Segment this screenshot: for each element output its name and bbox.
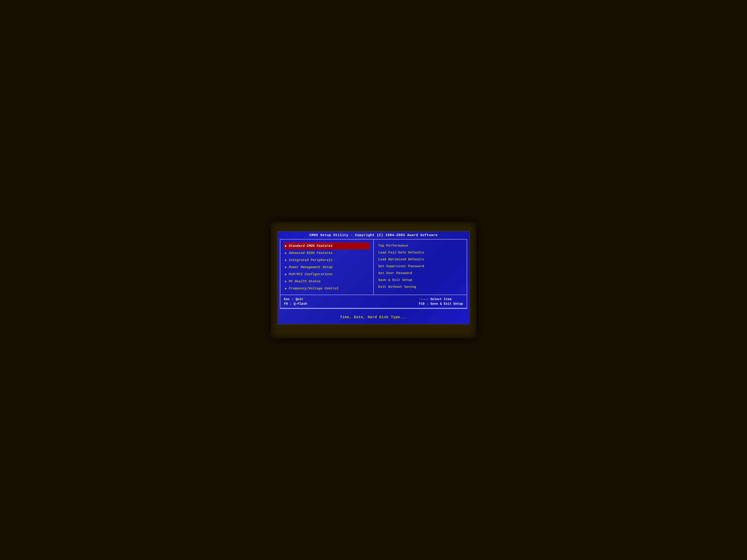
right-menu-item-3[interactable]: Set Supervisor Password (378, 263, 463, 270)
left-panel: ▶Standard CMOS Features▶Advanced BIOS Fe… (280, 240, 374, 295)
bios-screen: CMOS Setup Utility - Copyright (C) 1984-… (277, 231, 470, 325)
right-panel: Top PerformanceLoad Fail-Safe DefaultsLo… (374, 240, 467, 295)
left-menu-item-5[interactable]: ▶PC Health Status (284, 278, 369, 285)
title-bar: CMOS Setup Utility - Copyright (C) 1984-… (278, 232, 469, 239)
arrow-icon-6: ▶ (285, 286, 287, 290)
right-menu-label-1: Load Fail-Safe Defaults (378, 251, 424, 255)
left-menu-label-5: PC Health Status (289, 279, 320, 283)
left-menu-label-0: Standard CMOS Features (289, 244, 333, 248)
right-menu-item-4[interactable]: Set User Password (378, 270, 463, 276)
right-menu-item-0[interactable]: Top Performance (378, 242, 463, 249)
status-left: Esc : Quit F8 : Q-Flash (284, 297, 307, 305)
esc-quit-label: Esc : Quit (284, 297, 307, 301)
left-menu-label-3: Power Management Setup (289, 265, 333, 269)
right-menu-item-5[interactable]: Save & Exit Setup (378, 276, 463, 284)
right-menu-item-1[interactable]: Load Fail-Safe Defaults (378, 249, 463, 256)
arrow-icon-4: ▶ (285, 272, 287, 276)
arrow-icon-0: ▶ (285, 244, 287, 248)
f8-qflash-label: F8 : Q-Flash (284, 302, 307, 305)
status-right: ↑↓→←: Select Item F10 : Save & Exit Setu… (419, 297, 463, 305)
right-menu-label-4: Set User Password (378, 271, 412, 275)
right-menu-item-2[interactable]: Load Optimized Defaults (378, 256, 463, 263)
title-text: CMOS Setup Utility - Copyright (C) 1984-… (309, 233, 438, 237)
right-menu-item-6[interactable]: Exit Without Saving (378, 284, 463, 290)
right-menu-label-0: Top Performance (378, 244, 408, 247)
left-menu-label-2: Integrated Peripherals (289, 258, 333, 262)
left-menu-label-6: Frequency/Voltage Control (289, 287, 339, 290)
main-border: ▶Standard CMOS Features▶Advanced BIOS Fe… (280, 239, 467, 309)
status-bar: Esc : Quit F8 : Q-Flash ↑↓→←: Select Ite… (280, 295, 467, 309)
left-menu-item-1[interactable]: ▶Advanced BIOS Features (284, 249, 369, 257)
right-menu-label-5: Save & Exit Setup (378, 278, 412, 282)
monitor-bezel: CMOS Setup Utility - Copyright (C) 1984-… (271, 222, 476, 338)
arrow-icon-1: ▶ (285, 251, 287, 255)
arrow-icon-5: ▶ (285, 279, 287, 283)
left-menu-item-3[interactable]: ▶Power Management Setup (284, 264, 369, 271)
left-menu-label-1: Advanced BIOS Features (289, 251, 333, 255)
left-menu-item-0[interactable]: ▶Standard CMOS Features (284, 242, 369, 249)
right-menu-label-6: Exit Without Saving (378, 285, 416, 289)
description-bar: Time, Date, Hard Disk Type... (278, 311, 469, 324)
arrow-icon-2: ▶ (285, 258, 287, 262)
description-text: Time, Date, Hard Disk Type... (340, 315, 407, 319)
f10-save-label: F10 : Save & Exit Setup (419, 302, 463, 305)
left-menu-item-6[interactable]: ▶Frequency/Voltage Control (284, 285, 369, 292)
left-menu-item-2[interactable]: ▶Integrated Peripherals (284, 257, 369, 264)
right-menu-label-3: Set Supervisor Password (378, 264, 424, 268)
right-menu-label-2: Load Optimized Defaults (378, 258, 424, 261)
select-item-label: ↑↓→←: Select Item (419, 297, 463, 301)
left-menu-item-4[interactable]: ▶PnP/PCI Configurations (284, 271, 369, 278)
main-content-area: ▶Standard CMOS Features▶Advanced BIOS Fe… (280, 240, 467, 295)
arrow-icon-3: ▶ (285, 265, 287, 269)
left-menu-label-4: PnP/PCI Configurations (289, 272, 333, 276)
